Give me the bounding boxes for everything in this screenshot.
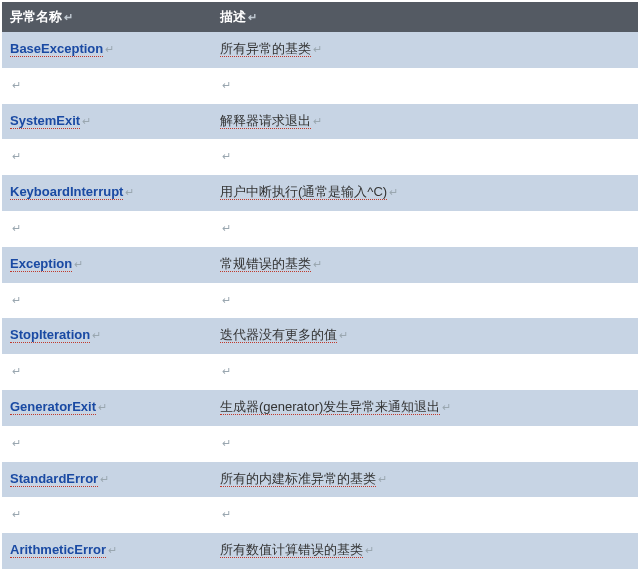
blank-row: ↵↵	[2, 497, 638, 533]
paragraph-mark-icon: ↵	[12, 437, 21, 449]
cell-name: Exception↵	[2, 247, 212, 283]
blank-row: ↵↵	[2, 426, 638, 462]
table-row: Exception↵常规错误的基类↵	[2, 247, 638, 283]
cell-desc: 生成器(generator)发生异常来通知退出↵	[212, 390, 638, 426]
cell-desc: 所有异常的基类↵	[212, 32, 638, 68]
paragraph-mark-icon: ↵	[12, 79, 21, 91]
exception-desc: 解释器请求退出	[220, 113, 311, 129]
exception-desc: 所有异常的基类	[220, 41, 311, 57]
exception-name: GeneratorExit	[10, 399, 96, 415]
exceptions-table: 异常名称↵ 描述↵ BaseException↵所有异常的基类↵↵↵System…	[2, 2, 638, 581]
blank-row: ↵↵	[2, 283, 638, 319]
table-row: BaseException↵所有异常的基类↵	[2, 32, 638, 68]
paragraph-mark-icon: ↵	[100, 473, 109, 485]
table-row: ArithmeticError↵所有数值计算错误的基类↵	[2, 533, 638, 569]
blank-row: ↵↵	[2, 211, 638, 247]
paragraph-mark-icon: ↵	[12, 294, 21, 306]
paragraph-mark-icon: ↵	[442, 401, 451, 413]
exception-desc: 迭代器没有更多的值	[220, 327, 337, 343]
exception-desc: 生成器(generator)发生异常来通知退出	[220, 399, 440, 415]
table-row: StandardError↵所有的内建标准异常的基类↵	[2, 462, 638, 498]
paragraph-mark-icon: ↵	[98, 401, 107, 413]
exception-desc: 常规错误的基类	[220, 256, 311, 272]
exception-desc: 所有数值计算错误的基类	[220, 542, 363, 558]
table-header-row: 异常名称↵ 描述↵	[2, 2, 638, 32]
exception-desc: 所有的内建标准异常的基类	[220, 471, 376, 487]
paragraph-mark-icon: ↵	[313, 258, 322, 270]
paragraph-mark-icon: ↵	[365, 544, 374, 556]
paragraph-mark-icon: ↵	[339, 329, 348, 341]
cell-desc: 用户中断执行(通常是输入^C)↵	[212, 175, 638, 211]
cell-desc: 解释器请求退出↵	[212, 104, 638, 140]
cell-name: SystemExit↵	[2, 104, 212, 140]
cell-name: KeyboardInterrupt↵	[2, 175, 212, 211]
col-header-name: 异常名称↵	[2, 2, 212, 32]
exception-desc: 用户中断执行(通常是输入^C)	[220, 184, 387, 200]
exception-name: ArithmeticError	[10, 542, 106, 558]
cell-desc: 所有数值计算错误的基类↵	[212, 533, 638, 569]
cell-desc: 常规错误的基类↵	[212, 247, 638, 283]
exception-name: BaseException	[10, 41, 103, 57]
cell-name: StopIteration↵	[2, 318, 212, 354]
paragraph-mark-icon: ↵	[12, 508, 21, 520]
exception-name: KeyboardInterrupt	[10, 184, 123, 200]
exception-name: Exception	[10, 256, 72, 272]
exception-name: StandardError	[10, 471, 98, 487]
exception-name: StopIteration	[10, 327, 90, 343]
paragraph-mark-icon: ↵	[222, 365, 231, 377]
cell-name: ArithmeticError↵	[2, 533, 212, 569]
table-row: GeneratorExit↵生成器(generator)发生异常来通知退出↵	[2, 390, 638, 426]
paragraph-mark-icon: ↵	[105, 43, 114, 55]
paragraph-mark-icon: ↵	[248, 11, 257, 23]
paragraph-mark-icon: ↵	[389, 186, 398, 198]
paragraph-mark-icon: ↵	[222, 508, 231, 520]
cell-name: BaseException↵	[2, 32, 212, 68]
paragraph-mark-icon: ↵	[378, 473, 387, 485]
paragraph-mark-icon: ↵	[12, 150, 21, 162]
cell-desc: 所有的内建标准异常的基类↵	[212, 462, 638, 498]
paragraph-mark-icon: ↵	[12, 222, 21, 234]
cell-name: GeneratorExit↵	[2, 390, 212, 426]
table-row: StopIteration↵迭代器没有更多的值↵	[2, 318, 638, 354]
cell-name: StandardError↵	[2, 462, 212, 498]
paragraph-mark-icon: ↵	[12, 365, 21, 377]
blank-row: ↵↵	[2, 569, 638, 581]
paragraph-mark-icon: ↵	[222, 222, 231, 234]
table-row: SystemExit↵解释器请求退出↵	[2, 104, 638, 140]
paragraph-mark-icon: ↵	[64, 11, 73, 23]
paragraph-mark-icon: ↵	[92, 329, 101, 341]
exception-name: SystemExit	[10, 113, 80, 129]
paragraph-mark-icon: ↵	[82, 115, 91, 127]
table-row: KeyboardInterrupt↵用户中断执行(通常是输入^C)↵	[2, 175, 638, 211]
blank-row: ↵↵	[2, 139, 638, 175]
paragraph-mark-icon: ↵	[222, 79, 231, 91]
paragraph-mark-icon: ↵	[222, 437, 231, 449]
paragraph-mark-icon: ↵	[313, 115, 322, 127]
blank-row: ↵↵	[2, 354, 638, 390]
paragraph-mark-icon: ↵	[125, 186, 134, 198]
col-header-desc: 描述↵	[212, 2, 638, 32]
paragraph-mark-icon: ↵	[108, 544, 117, 556]
paragraph-mark-icon: ↵	[222, 150, 231, 162]
paragraph-mark-icon: ↵	[74, 258, 83, 270]
blank-row: ↵↵	[2, 68, 638, 104]
cell-desc: 迭代器没有更多的值↵	[212, 318, 638, 354]
paragraph-mark-icon: ↵	[222, 294, 231, 306]
paragraph-mark-icon: ↵	[313, 43, 322, 55]
